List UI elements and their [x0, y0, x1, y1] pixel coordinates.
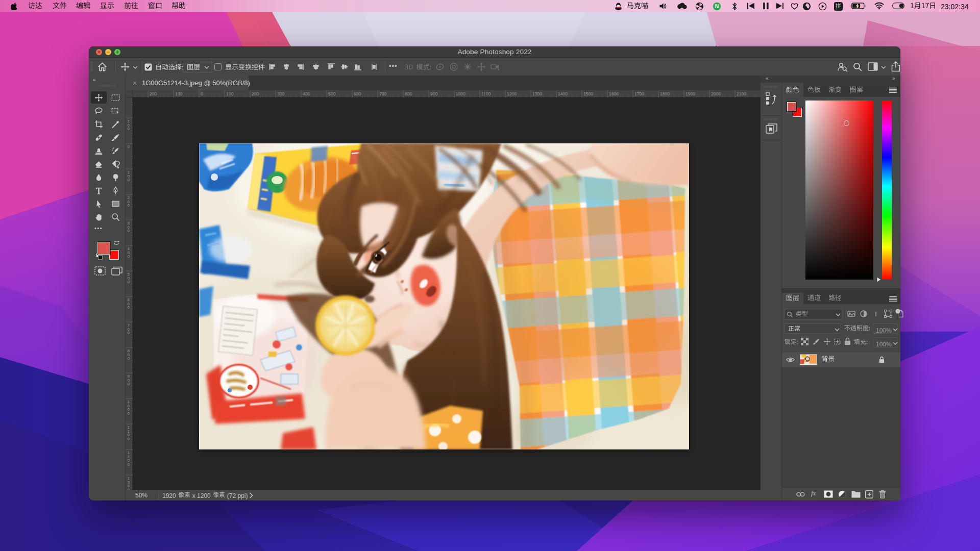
svg-text:1800: 1800 — [660, 91, 670, 96]
svg-text:100: 100 — [175, 91, 182, 96]
svg-text:2100: 2100 — [737, 91, 746, 96]
svg-text:0: 0 — [128, 305, 130, 310]
svg-text:0: 0 — [128, 382, 130, 386]
svg-text:800: 800 — [405, 91, 412, 96]
svg-text:1600: 1600 — [609, 91, 619, 96]
svg-text:200: 200 — [150, 91, 157, 96]
svg-text:1100: 1100 — [481, 91, 491, 96]
svg-text:0: 0 — [128, 462, 130, 467]
svg-text:N: N — [715, 4, 719, 9]
svg-text:0: 0 — [128, 280, 130, 284]
svg-text:200: 200 — [252, 91, 259, 96]
svg-text:1000: 1000 — [456, 91, 465, 96]
svg-text:1700: 1700 — [634, 91, 644, 96]
svg-text:300: 300 — [277, 91, 284, 96]
svg-text:900: 900 — [430, 91, 437, 96]
svg-text:700: 700 — [379, 91, 386, 96]
svg-text:0: 0 — [128, 127, 130, 131]
svg-text:0: 0 — [128, 331, 130, 335]
svg-text:600: 600 — [354, 91, 361, 96]
svg-text:1400: 1400 — [558, 91, 568, 96]
svg-text:1900: 1900 — [685, 91, 695, 96]
svg-text:0: 0 — [128, 178, 130, 182]
svg-text:0: 0 — [128, 144, 130, 149]
svg-text:0: 0 — [201, 91, 203, 96]
svg-text:0: 0 — [128, 203, 130, 208]
svg-text:0: 0 — [128, 437, 130, 441]
svg-text:0: 0 — [128, 411, 130, 416]
svg-text:100: 100 — [226, 91, 233, 96]
svg-text:1200: 1200 — [507, 91, 517, 96]
svg-text:500: 500 — [328, 91, 335, 96]
svg-text:0: 0 — [128, 229, 130, 233]
svg-text:1300: 1300 — [532, 91, 542, 96]
svg-text:2000: 2000 — [711, 91, 721, 96]
svg-text:0: 0 — [128, 356, 130, 361]
svg-text:400: 400 — [303, 91, 310, 96]
svg-text:T: T — [874, 310, 878, 318]
svg-text:0: 0 — [128, 254, 130, 259]
svg-text:1500: 1500 — [583, 91, 593, 96]
